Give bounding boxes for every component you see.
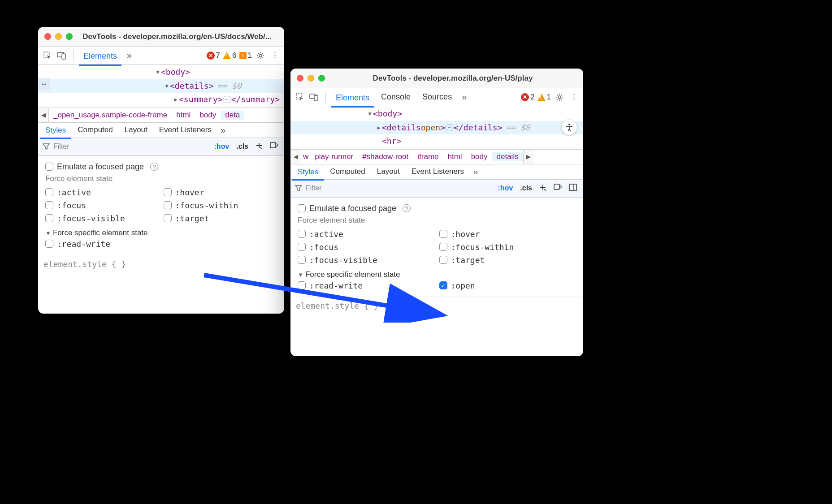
breadcrumb-item-selected[interactable]: details [492, 152, 523, 161]
hov-toggle[interactable]: :hov [212, 142, 231, 151]
gutter-ellipsis[interactable]: ⋯ [38, 78, 50, 90]
inspect-icon[interactable] [42, 50, 53, 61]
subtab-styles[interactable]: Styles [40, 124, 71, 139]
collapsed-dots-icon[interactable]: ⋯ [223, 96, 231, 103]
subtab-computed[interactable]: Computed [325, 165, 370, 178]
tab-elements[interactable]: Elements [79, 50, 121, 66]
checkbox-focus-within[interactable] [164, 201, 172, 209]
close-button[interactable] [44, 33, 51, 40]
help-icon[interactable]: ? [403, 204, 411, 212]
cls-toggle[interactable]: .cls [518, 183, 534, 193]
tab-console[interactable]: Console [377, 90, 415, 103]
checkbox-focus-within[interactable] [439, 243, 447, 251]
breadcrumb-next-button[interactable]: ▶ [523, 150, 534, 164]
collapsed-dots-icon[interactable]: ⋯ [445, 124, 454, 131]
warning-count[interactable]: 1 [537, 93, 551, 102]
state-label: :focus-visible [57, 214, 125, 223]
error-count[interactable]: ✕7 [207, 51, 220, 60]
close-button[interactable] [297, 75, 303, 82]
zoom-button[interactable] [66, 33, 73, 40]
settings-gear-icon[interactable] [255, 50, 266, 61]
settings-gear-icon[interactable] [554, 91, 565, 103]
breadcrumb-item[interactable]: body [467, 152, 492, 161]
emulate-focused-checkbox[interactable] [298, 204, 306, 212]
chevron-down-icon[interactable]: ▼ [45, 230, 51, 237]
checkbox-hover[interactable] [439, 230, 447, 238]
breadcrumb-prev-button[interactable]: ◀ [290, 150, 301, 164]
dom-node-body[interactable]: <body> [161, 65, 190, 79]
dom-node-details[interactable]: <details [382, 121, 421, 135]
checkbox-target[interactable] [164, 214, 172, 222]
dom-node-hr[interactable]: <hr> [382, 134, 401, 148]
state-label: :hover [451, 229, 480, 239]
dom-node-details[interactable]: <details> [170, 79, 214, 93]
subtab-computed[interactable]: Computed [72, 124, 118, 136]
more-tabs-button[interactable]: » [459, 92, 469, 102]
subtab-event-listeners[interactable]: Event Listeners [406, 165, 469, 178]
more-subtabs-button[interactable]: » [470, 167, 481, 177]
cls-toggle[interactable]: .cls [234, 142, 250, 151]
chevron-down-icon[interactable]: ▼ [298, 271, 303, 278]
kebab-menu-icon[interactable]: ⋮ [269, 50, 281, 61]
checkbox-read-write[interactable] [298, 281, 306, 289]
help-icon[interactable]: ? [150, 163, 158, 171]
breadcrumb-item[interactable]: #shadow-root [358, 152, 413, 161]
dom-tree[interactable]: ▼<body> ▶ <details open> ⋯ </details> ==… [290, 106, 583, 149]
new-style-rule-button[interactable] [537, 183, 548, 194]
checkbox-focus[interactable] [45, 201, 53, 209]
checkbox-active[interactable] [298, 230, 306, 238]
force-state-panel: Emulate a focused page ? Force element s… [38, 156, 284, 255]
error-count[interactable]: ✕2 [521, 93, 534, 102]
state-label: :focus [57, 201, 86, 210]
breadcrumb-item-selected[interactable]: deta [221, 111, 244, 120]
new-style-rule-button[interactable] [254, 142, 264, 152]
breadcrumb-item[interactable]: _open_usage.sample-code-frame [49, 111, 172, 120]
breadcrumb-prev-button[interactable]: ◀ [38, 108, 49, 122]
breadcrumb-item[interactable]: body [195, 111, 221, 120]
subtab-layout[interactable]: Layout [119, 124, 153, 136]
zoom-button[interactable] [318, 75, 325, 82]
tab-sources[interactable]: Sources [418, 90, 456, 103]
checkbox-target[interactable] [439, 256, 447, 264]
issue-count[interactable]: !1 [239, 51, 252, 60]
checkbox-focus-visible[interactable] [45, 214, 53, 222]
element-style-block[interactable]: element.style { } [290, 297, 583, 314]
checkbox-focus[interactable] [298, 243, 306, 251]
minimize-button[interactable] [55, 33, 62, 40]
device-toggle-icon[interactable] [308, 91, 320, 103]
subtab-layout[interactable]: Layout [372, 165, 405, 178]
accessibility-icon[interactable] [562, 120, 577, 135]
filter-input[interactable]: Filter [43, 142, 209, 151]
breadcrumb-item[interactable]: iframe [413, 152, 443, 161]
device-toggle-icon[interactable] [56, 50, 68, 61]
checkbox-hover[interactable] [164, 188, 172, 196]
rendering-icon[interactable] [268, 142, 280, 152]
checkbox-open[interactable] [439, 281, 447, 289]
inspect-icon[interactable] [294, 91, 306, 103]
checkbox-focus-visible[interactable] [298, 256, 306, 264]
filter-input[interactable]: Filter [295, 184, 493, 192]
hov-toggle[interactable]: :hov [496, 183, 515, 193]
tab-elements[interactable]: Elements [331, 91, 374, 108]
breadcrumb-item[interactable]: html [443, 152, 467, 161]
rendering-icon[interactable] [552, 183, 563, 194]
more-subtabs-button[interactable]: » [218, 125, 228, 135]
minimize-button[interactable] [308, 75, 314, 82]
layout-panel-icon[interactable] [567, 183, 579, 194]
subtab-event-listeners[interactable]: Event Listeners [154, 124, 217, 136]
kebab-menu-icon[interactable]: ⋮ [568, 91, 580, 103]
emulate-focused-checkbox[interactable] [45, 163, 53, 171]
element-style-block[interactable]: element.style { } [38, 255, 284, 273]
breadcrumb-item[interactable]: w [301, 152, 310, 161]
more-tabs-button[interactable]: » [124, 50, 134, 60]
checkbox-active[interactable] [45, 188, 53, 196]
checkbox-read-write[interactable] [45, 240, 53, 248]
subtab-styles[interactable]: Styles [292, 166, 324, 181]
dom-node-summary[interactable]: <summary> [179, 93, 223, 107]
breadcrumb-bar: ◀ _open_usage.sample-code-frame html bod… [38, 108, 284, 123]
warning-count[interactable]: 6 [223, 51, 236, 60]
breadcrumb-item[interactable]: play-runner [310, 152, 358, 161]
breadcrumb-item[interactable]: html [172, 111, 195, 120]
dom-tree[interactable]: ▼<body> ⋯ ▼<details> == $0 ▶<summary> ⋯ … [38, 65, 284, 108]
dom-node-body[interactable]: <body> [373, 107, 402, 121]
